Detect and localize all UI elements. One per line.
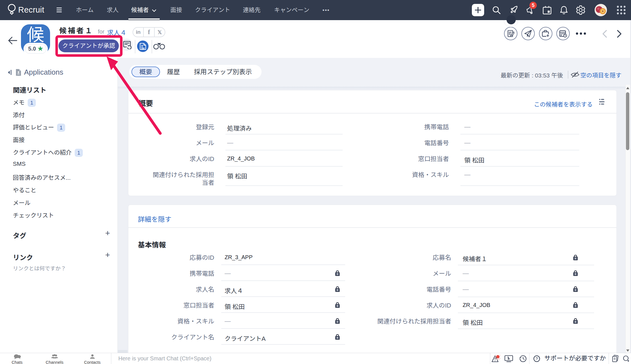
svg-text:?: ? — [536, 356, 538, 361]
